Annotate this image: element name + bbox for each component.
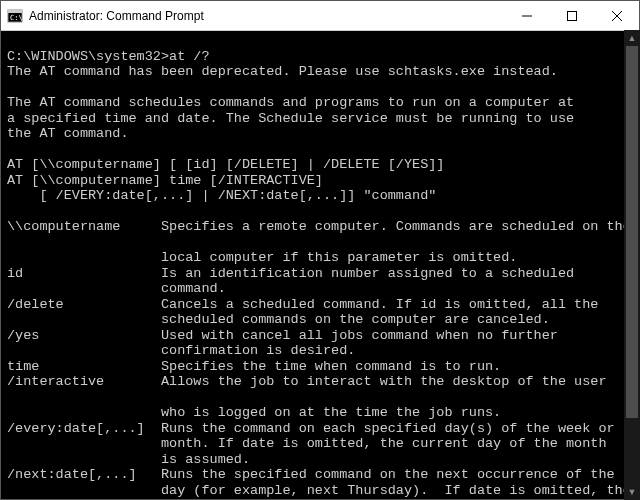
minimize-button[interactable] — [504, 1, 549, 30]
close-button[interactable] — [594, 1, 639, 30]
scroll-up-arrow[interactable]: ▲ — [624, 30, 640, 46]
svg-rect-1 — [8, 10, 22, 13]
window-title: Administrator: Command Prompt — [29, 9, 504, 23]
svg-text:C:\: C:\ — [10, 14, 23, 22]
output-lines: The AT command has been deprecated. Plea… — [7, 64, 635, 498]
scroll-track[interactable] — [624, 46, 640, 484]
window-controls — [504, 1, 639, 30]
scroll-thumb[interactable] — [626, 46, 638, 418]
cmd-icon: C:\ — [7, 8, 23, 24]
vertical-scrollbar[interactable]: ▲ ▼ — [624, 30, 640, 500]
prompt: C:\WINDOWS\system32> — [7, 49, 169, 64]
terminal-output[interactable]: C:\WINDOWS\system32>at /? The AT command… — [1, 31, 639, 500]
scroll-down-arrow[interactable]: ▼ — [624, 484, 640, 500]
window-titlebar: C:\ Administrator: Command Prompt — [1, 1, 639, 31]
typed-command: at /? — [169, 49, 210, 64]
svg-rect-4 — [567, 11, 576, 20]
maximize-button[interactable] — [549, 1, 594, 30]
